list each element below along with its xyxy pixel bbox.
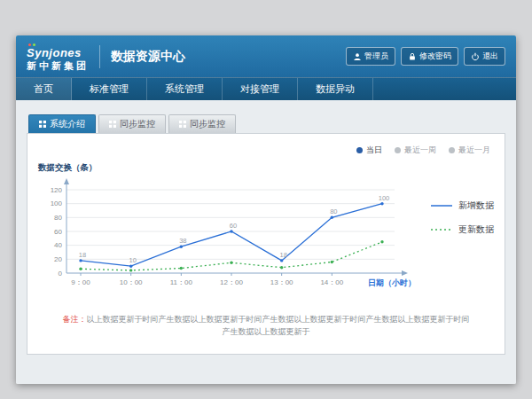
tab-label: 同步监控 bbox=[190, 118, 225, 130]
tab-sync-monitor-1[interactable]: 同步监控 bbox=[98, 114, 166, 133]
chart-y-axis-title: 数据交换（条） bbox=[38, 162, 419, 174]
nav-item-data-change[interactable]: 数据异动 bbox=[298, 78, 373, 100]
legend-series-label: 更新数据 bbox=[458, 223, 494, 236]
main-content: 系统介绍 同步监控 同步监控 当日 bbox=[16, 100, 516, 384]
svg-text:9：00: 9：00 bbox=[71, 278, 90, 286]
svg-text:14：00: 14：00 bbox=[320, 278, 343, 286]
filter-label: 当日 bbox=[366, 145, 382, 156]
filter-dot-icon bbox=[356, 147, 363, 153]
admin-button[interactable]: 管理员 bbox=[346, 47, 395, 66]
app-window: Synjones 新中新集团 数据资源中心 管理员 修改密码 bbox=[16, 35, 516, 384]
admin-button-label: 管理员 bbox=[364, 51, 388, 62]
logo-company: 新中新集团 bbox=[27, 61, 89, 71]
nav-item-home[interactable]: 首页 bbox=[16, 78, 72, 100]
change-password-button-label: 修改密码 bbox=[419, 51, 451, 62]
main-nav: 首页 标准管理 系统管理 对接管理 数据异动 bbox=[16, 77, 516, 100]
svg-text:100: 100 bbox=[379, 194, 390, 202]
svg-text:100: 100 bbox=[51, 200, 63, 207]
power-icon bbox=[471, 52, 480, 61]
grid-icon bbox=[109, 121, 116, 128]
svg-text:18: 18 bbox=[79, 251, 86, 259]
svg-text:80: 80 bbox=[54, 214, 62, 222]
tab-sync-monitor-2[interactable]: 同步监控 bbox=[168, 114, 236, 133]
logout-button-label: 退出 bbox=[482, 51, 498, 62]
logo-dot-red-icon bbox=[28, 43, 31, 46]
svg-text:18: 18 bbox=[280, 251, 287, 259]
header-divider bbox=[99, 45, 100, 68]
footnote-text: 以上数据更新于时间产生数据以上数据更新于时间产生数据以上数据更新于时间产生数据以… bbox=[87, 315, 470, 336]
tab-label: 同步监控 bbox=[120, 118, 155, 130]
filter-label: 最近一周 bbox=[404, 145, 436, 156]
svg-text:60: 60 bbox=[230, 222, 237, 230]
legend-series-label: 新增数据 bbox=[458, 200, 494, 212]
page-title: 数据资源中心 bbox=[111, 49, 185, 65]
logo-brand: Synjones bbox=[27, 47, 89, 59]
nav-item-system-mgmt[interactable]: 系统管理 bbox=[147, 78, 223, 100]
chart-series-legend: 新增数据更新数据 bbox=[419, 162, 496, 300]
logo[interactable]: Synjones 新中新集团 bbox=[27, 42, 89, 71]
chart-svg: 0204060801001209：0010：0011：0012：0013：001… bbox=[36, 176, 419, 300]
footnote: 备注：以上数据更新于时间产生数据以上数据更新于时间产生数据以上数据更新于时间产生… bbox=[36, 314, 496, 338]
change-password-button[interactable]: 修改密码 bbox=[401, 47, 458, 66]
filter-dot-icon bbox=[395, 147, 401, 153]
logout-button[interactable]: 退出 bbox=[464, 47, 505, 66]
svg-text:11：00: 11：00 bbox=[170, 278, 193, 286]
svg-text:10：00: 10：00 bbox=[120, 278, 143, 286]
grid-icon bbox=[39, 121, 46, 128]
svg-text:80: 80 bbox=[330, 207, 337, 215]
svg-text:40: 40 bbox=[54, 241, 62, 249]
chart-plot-container: 数据交换（条） 0204060801001209：0010：0011：0012：… bbox=[36, 162, 419, 300]
svg-text:13：00: 13：00 bbox=[270, 278, 293, 286]
legend-line-icon bbox=[430, 226, 453, 233]
footnote-label: 备注： bbox=[63, 315, 87, 324]
logo-dots-icon bbox=[28, 43, 35, 46]
nav-item-interface-mgmt[interactable]: 对接管理 bbox=[223, 78, 298, 100]
filter-label: 最近一月 bbox=[458, 145, 490, 156]
tab-bar: 系统介绍 同步监控 同步监控 bbox=[27, 114, 505, 133]
legend-item-series-0[interactable]: 新增数据 bbox=[430, 200, 496, 212]
filter-dot-icon bbox=[449, 147, 455, 153]
svg-text:60: 60 bbox=[54, 228, 62, 236]
tab-system-intro[interactable]: 系统介绍 bbox=[28, 114, 96, 133]
filter-today[interactable]: 当日 bbox=[356, 145, 382, 156]
header-actions: 管理员 修改密码 退出 bbox=[346, 47, 505, 66]
top-header: Synjones 新中新集团 数据资源中心 管理员 修改密码 bbox=[16, 35, 516, 77]
user-icon bbox=[353, 52, 362, 61]
filter-last-week[interactable]: 最近一周 bbox=[395, 145, 436, 156]
legend-item-series-1[interactable]: 更新数据 bbox=[430, 223, 496, 236]
nav-item-standard-mgmt[interactable]: 标准管理 bbox=[72, 78, 147, 100]
svg-text:10: 10 bbox=[129, 256, 137, 264]
svg-text:120: 120 bbox=[51, 186, 63, 194]
grid-icon bbox=[179, 121, 186, 128]
svg-text:20: 20 bbox=[54, 255, 62, 263]
svg-text:12：00: 12：00 bbox=[220, 278, 243, 286]
svg-text:38: 38 bbox=[179, 237, 186, 245]
legend-line-icon bbox=[430, 202, 453, 209]
svg-text:0: 0 bbox=[59, 270, 63, 278]
tab-label: 系统介绍 bbox=[50, 118, 85, 130]
lock-icon bbox=[408, 52, 417, 61]
chart-area: 数据交换（条） 0204060801001209：0010：0011：0012：… bbox=[36, 162, 496, 300]
chart-panel: 当日 最近一周 最近一月 数据交换（条） 0204060801001209：00… bbox=[27, 133, 505, 355]
svg-text:日期（小时）: 日期（小时） bbox=[368, 278, 416, 287]
period-filters: 当日 最近一周 最近一月 bbox=[356, 145, 490, 156]
filter-last-month[interactable]: 最近一月 bbox=[449, 145, 490, 156]
logo-dot-green-icon bbox=[33, 43, 35, 46]
